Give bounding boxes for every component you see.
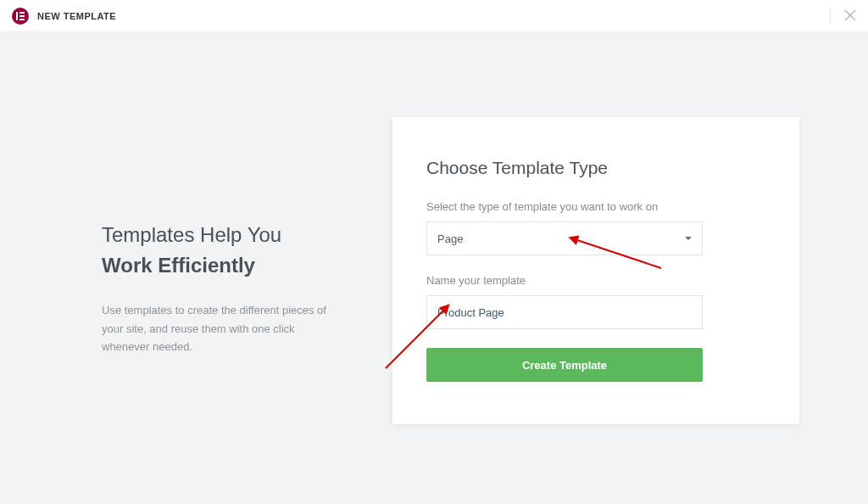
chevron-down-icon (685, 237, 692, 240)
template-name-input[interactable] (426, 295, 703, 329)
name-label: Name your template (426, 274, 765, 287)
template-card: Choose Template Type Select the type of … (392, 117, 799, 424)
close-divider (830, 8, 831, 25)
left-body-text: Use templates to create the different pi… (102, 301, 339, 356)
elementor-logo (12, 8, 29, 25)
header-title: NEW TEMPLATE (37, 11, 116, 21)
svg-rect-3 (19, 19, 25, 20)
content-area: Templates Help You Work Efficiently Use … (0, 32, 868, 504)
close-wrap (830, 7, 860, 25)
close-button[interactable] (841, 7, 860, 25)
svg-rect-0 (16, 12, 18, 20)
left-heading-line1: Templates Help You (102, 219, 390, 251)
left-column: Templates Help You Work Efficiently Use … (0, 32, 390, 504)
svg-rect-1 (19, 12, 25, 14)
type-select[interactable]: Page (426, 221, 703, 255)
card-title: Choose Template Type (426, 158, 765, 178)
svg-rect-2 (19, 15, 25, 17)
type-label: Select the type of template you want to … (426, 200, 765, 213)
close-icon (844, 9, 856, 21)
type-select-wrap: Page (426, 221, 765, 255)
modal-header: NEW TEMPLATE (0, 0, 868, 32)
left-heading-line2: Work Efficiently (102, 251, 390, 281)
create-template-button[interactable]: Create Template (426, 348, 703, 382)
type-select-value: Page (437, 232, 463, 245)
elementor-logo-icon (16, 12, 25, 20)
